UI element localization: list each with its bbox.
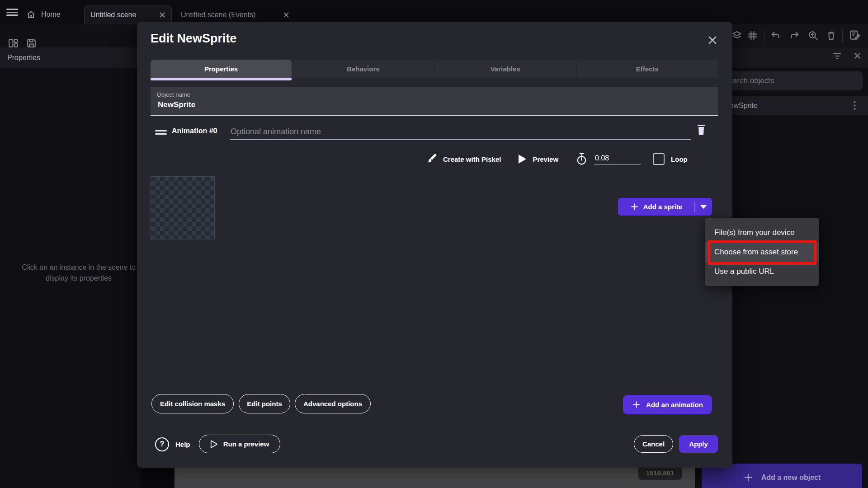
- secondary-toolbar: [0, 24, 140, 47]
- edit-points-button[interactable]: Edit points: [239, 394, 290, 413]
- close-icon[interactable]: [159, 12, 165, 18]
- tab-effects[interactable]: Effects: [576, 60, 718, 78]
- add-sprite-button[interactable]: Add a sprite: [618, 198, 712, 216]
- apply-button[interactable]: Apply: [679, 435, 718, 453]
- loop-checkbox[interactable]: [653, 153, 665, 165]
- plus-icon: [743, 473, 753, 483]
- menu-item-choose-from-asset-store[interactable]: Choose from asset store: [705, 242, 819, 262]
- filter-icon[interactable]: [833, 52, 842, 60]
- add-sprite-dropdown-menu: File(s) from your device Choose from ass…: [705, 218, 819, 286]
- tab-variables[interactable]: Variables: [434, 60, 576, 78]
- tab-home-label: Home: [41, 10, 61, 19]
- edit-scene-sheet-icon[interactable]: [849, 29, 861, 41]
- add-new-object-label: Add a new object: [761, 474, 821, 482]
- plus-icon: [630, 202, 639, 211]
- stopwatch-icon: [576, 153, 588, 165]
- toolbar-separator: [842, 30, 843, 42]
- dialog-close-icon[interactable]: [708, 35, 717, 45]
- save-icon[interactable]: [26, 38, 37, 49]
- help-button[interactable]: ? Help: [155, 436, 190, 452]
- piskel-brush-icon: [426, 153, 438, 165]
- tab-label: Untitled scene (Events): [181, 11, 255, 19]
- close-icon[interactable]: [283, 12, 289, 18]
- properties-panel-header: Properties: [0, 47, 140, 68]
- toolbar-separator: [764, 30, 764, 42]
- edit-collision-masks-button[interactable]: Edit collision masks: [151, 394, 234, 413]
- advanced-options-button[interactable]: Advanced options: [295, 394, 371, 413]
- dialog-tabstrip: Properties Behaviors Variables Effects: [151, 60, 718, 78]
- menu-item-files-from-device[interactable]: File(s) from your device: [705, 223, 819, 242]
- edit-sprite-dialog: Edit NewSprite Properties Behaviors Vari…: [137, 22, 732, 468]
- create-with-piskel-button[interactable]: Create with Piskel: [443, 155, 501, 163]
- delete-icon[interactable]: [826, 30, 837, 41]
- add-animation-button[interactable]: Add an animation: [623, 395, 712, 414]
- menu-icon[interactable]: [6, 9, 18, 16]
- home-icon: [26, 10, 36, 19]
- search-objects-input[interactable]: [712, 71, 863, 90]
- plus-icon: [632, 400, 641, 409]
- search-objects-box[interactable]: [712, 71, 863, 90]
- redo-icon[interactable]: [789, 30, 800, 41]
- object-name-field[interactable]: Object name: [151, 87, 718, 116]
- chevron-down-icon[interactable]: [695, 205, 712, 209]
- undo-icon[interactable]: [770, 30, 781, 41]
- tab-properties[interactable]: Properties: [151, 60, 292, 78]
- zoom-in-icon[interactable]: [807, 30, 819, 41]
- question-mark-icon: ?: [155, 437, 169, 451]
- loop-label: Loop: [671, 155, 688, 163]
- empty-sprite-thumbnail[interactable]: [151, 176, 215, 239]
- preview-button[interactable]: Preview: [533, 155, 558, 163]
- menu-item-use-public-url[interactable]: Use a public URL: [705, 262, 819, 281]
- delete-animation-icon[interactable]: [696, 124, 707, 136]
- object-name-input[interactable]: [157, 100, 520, 110]
- object-name-label: Object name: [157, 91, 190, 98]
- properties-empty-message: Click on an instance in the scene to dis…: [0, 262, 157, 284]
- animation-label: Animation #0: [172, 124, 217, 138]
- play-outline-icon: [210, 440, 218, 449]
- tab-label: Untitled scene: [90, 11, 136, 19]
- run-preview-button[interactable]: Run a preview: [199, 435, 280, 453]
- grid-icon[interactable]: [747, 30, 758, 41]
- tab-behaviors[interactable]: Behaviors: [292, 60, 434, 78]
- animation-tools-row: Create with Piskel Preview Loop: [426, 149, 698, 169]
- preview-play-icon: [518, 154, 527, 164]
- properties-panel-title: Properties: [7, 54, 40, 62]
- layers-icon[interactable]: [731, 30, 742, 41]
- more-options-icon[interactable]: [854, 101, 856, 110]
- time-between-frames-input[interactable]: [594, 154, 641, 164]
- close-panel-icon[interactable]: [854, 52, 861, 60]
- cancel-button[interactable]: Cancel: [634, 435, 673, 453]
- animation-name-input[interactable]: [230, 124, 691, 140]
- scene-canvas[interactable]: [175, 468, 695, 488]
- drag-handle-icon[interactable]: [155, 130, 167, 135]
- panels-layout-icon[interactable]: [8, 38, 19, 49]
- tab-home[interactable]: Home: [26, 5, 61, 24]
- dialog-title: Edit NewSprite: [151, 32, 237, 46]
